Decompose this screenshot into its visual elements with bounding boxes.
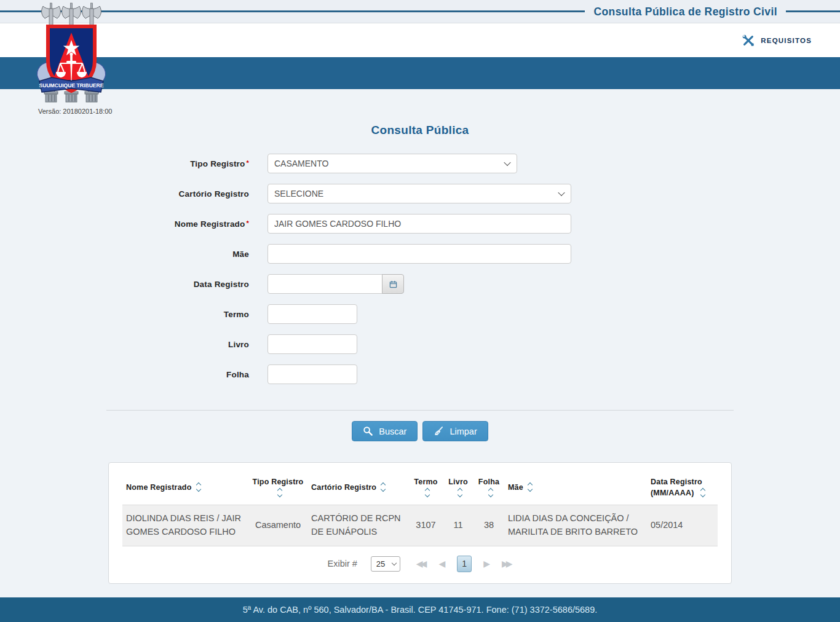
cartorio-registro-label: Cartório Registro (0, 189, 249, 199)
tipo-registro-select[interactable]: CASAMENTO (267, 154, 517, 173)
sort-icon (196, 482, 202, 492)
header-folha[interactable]: Folha (473, 468, 504, 505)
results-table: Nome Registrado Tipo Registro Cartório R… (122, 468, 718, 546)
calendar-button[interactable] (382, 274, 404, 294)
livro-input[interactable] (267, 334, 357, 354)
mae-label: Mãe (0, 250, 249, 259)
header-cartorio-registro[interactable]: Cartório Registro (307, 468, 409, 505)
cell-mae: LIDIA DIAS DA CONCEIÇÃO / MARILITA DE BR… (504, 505, 647, 546)
cell-livro: 11 (443, 505, 473, 546)
header-mae[interactable]: Mãe (504, 468, 647, 505)
app-title: Consulta Pública de Registro Civil (585, 5, 786, 18)
sort-icon (488, 488, 494, 497)
cell-termo: 3107 (409, 505, 443, 546)
next-page-icon[interactable]: ▶ (483, 559, 490, 568)
prev-page-icon[interactable]: ◀ (438, 559, 445, 568)
form-separator (106, 410, 734, 411)
search-form: Tipo Registro* CASAMENTO Cartório Regist… (0, 154, 840, 384)
footer: 5ª Av. do CAB, nº 560, Salvador/BA - Bra… (0, 597, 840, 622)
cell-cartorio: CARTÓRIO DE RCPN DE EUNÁPOLIS (307, 505, 409, 546)
nome-registrado-label: Nome Registrado* (0, 219, 249, 229)
termo-input[interactable] (267, 304, 357, 324)
current-page-button[interactable]: 1 (457, 556, 472, 572)
sort-icon (424, 488, 431, 497)
requisitos-label: REQUISITOS (761, 37, 812, 44)
header-tipo-registro[interactable]: Tipo Registro (248, 468, 307, 505)
last-page-icon[interactable]: ▶▶ (502, 559, 513, 568)
footer-address: 5ª Av. do CAB, nº 560, Salvador/BA - Bra… (243, 605, 598, 615)
mae-input[interactable] (267, 244, 571, 264)
menu-bar: REQUISITOS (0, 23, 840, 57)
nome-registrado-input[interactable] (267, 214, 571, 234)
folha-input[interactable] (267, 364, 357, 384)
data-registro-label: Data Registro (0, 280, 249, 289)
sort-icon (700, 488, 707, 497)
page-size-select[interactable]: 25 (371, 556, 400, 572)
limpar-button[interactable]: Limpar (422, 421, 488, 441)
cartorio-registro-select[interactable]: SELECIONE (267, 184, 571, 203)
calendar-icon (389, 280, 397, 288)
required-mark: * (247, 159, 249, 167)
broom-icon (434, 426, 444, 436)
table-row: DIOLINDA DIAS REIS / JAIR GOMES CARDOSO … (122, 505, 718, 546)
livro-label: Livro (0, 340, 249, 349)
crossed-tools-icon (742, 34, 755, 47)
cell-nome: DIOLINDA DIAS REIS / JAIR GOMES CARDOSO … (122, 505, 248, 546)
sort-icon (380, 482, 387, 492)
requisitos-link[interactable]: REQUISITOS (742, 34, 812, 47)
header-band (0, 57, 840, 89)
required-mark: * (247, 219, 249, 227)
sort-icon (527, 482, 534, 492)
cell-data: 05/2014 (647, 505, 718, 546)
cell-tipo: Casamento (248, 505, 307, 546)
header-livro[interactable]: Livro (443, 468, 473, 505)
svg-text:SUUMCUIQUE TRIBUERE: SUUMCUIQUE TRIBUERE (39, 82, 103, 89)
top-strip: Consulta Pública de Registro Civil (0, 0, 840, 23)
header-termo[interactable]: Termo (409, 468, 443, 505)
tipo-registro-label: Tipo Registro* (0, 159, 249, 168)
search-icon (363, 426, 373, 436)
header-data-registro[interactable]: Data Registro (MM/AAAA) (647, 468, 718, 505)
version-label: Versão: 20180201-18:00 (38, 108, 113, 115)
cell-folha: 38 (473, 505, 504, 546)
sort-icon (277, 488, 283, 497)
header-nome-registrado[interactable]: Nome Registrado (122, 468, 248, 505)
results-panel: Nome Registrado Tipo Registro Cartório R… (108, 462, 732, 584)
folha-label: Folha (0, 370, 249, 379)
data-registro-input[interactable] (267, 274, 382, 294)
page-size-label: Exibir # (327, 559, 357, 569)
sort-icon (457, 488, 464, 497)
termo-label: Termo (0, 310, 249, 319)
pedestals (44, 92, 98, 102)
buscar-button[interactable]: Buscar (352, 421, 418, 441)
page-title: Consulta Pública (0, 124, 840, 137)
first-page-icon[interactable]: ◀◀ (416, 559, 427, 568)
pagination: Exibir # 25 ◀◀ ◀ 1 ▶ ▶▶ (122, 546, 718, 577)
tjba-logo: SUUMCUIQUE TRIBUERE (34, 2, 108, 105)
